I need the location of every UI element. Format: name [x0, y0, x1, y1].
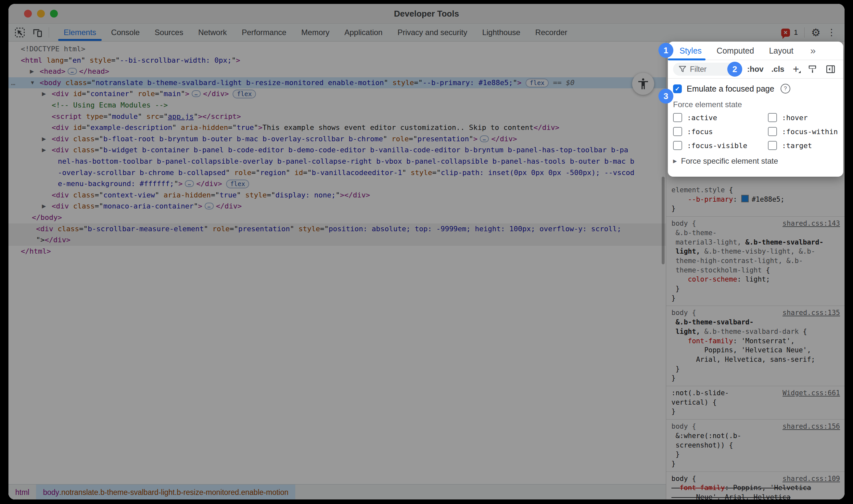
emulate-focused-checkbox[interactable]: ✓	[673, 85, 682, 93]
sidebar-tabs: Styles Computed Layout »	[668, 41, 843, 60]
force-state-focus-within[interactable]: :focus-within	[768, 127, 838, 136]
step-badge-1: 1	[658, 43, 673, 58]
filter-placeholder: Filter	[690, 65, 707, 74]
force-state-focus[interactable]: :focus	[673, 127, 768, 136]
expand-triangle-icon: ▶	[673, 158, 677, 164]
styles-callout: Styles Computed Layout » Filter :hov .cl…	[668, 41, 843, 177]
force-state-focus-visible[interactable]: :focus-visible	[673, 141, 768, 150]
checkbox-unchecked[interactable]	[768, 127, 777, 136]
toggle-pseudo-classes-button[interactable]: :hov	[747, 65, 764, 74]
filter-funnel-icon	[679, 66, 686, 72]
toggle-sidebar-icon[interactable]	[826, 64, 835, 74]
new-style-rule-button[interactable]: +	[793, 63, 799, 75]
checkbox-unchecked[interactable]	[673, 141, 682, 150]
force-state-label: :focus-visible	[687, 142, 747, 150]
help-icon[interactable]: ?	[781, 84, 790, 93]
force-state-target[interactable]: :target	[768, 141, 838, 150]
tab-computed[interactable]: Computed	[716, 46, 754, 56]
emulate-focused-row: ✓ Emulate a focused page ?	[668, 78, 843, 95]
force-state-active[interactable]: :active	[673, 113, 768, 122]
force-state-label: :target	[782, 142, 812, 150]
devtools-window: Developer Tools ElementsConsoleSourcesNe…	[8, 4, 845, 500]
checkbox-unchecked[interactable]	[768, 113, 777, 122]
force-state-label: :active	[687, 114, 717, 122]
more-tabs-icon[interactable]: »	[811, 45, 816, 56]
step-badge-2: 2	[727, 62, 742, 77]
checkbox-unchecked[interactable]	[768, 141, 777, 150]
tab-layout[interactable]: Layout	[769, 46, 793, 56]
force-state-label: :hover	[782, 114, 807, 122]
force-state-label: :focus-within	[782, 128, 838, 136]
force-specific-element-state[interactable]: ▶ Force specific element state	[668, 151, 843, 171]
checkbox-unchecked[interactable]	[673, 113, 682, 122]
styles-filter-row: Filter :hov .cls +	[668, 60, 843, 78]
force-state-grid: :active:hover:focus:focus-within:focus-v…	[668, 111, 843, 151]
emulate-focused-label: Emulate a focused page	[687, 84, 775, 93]
force-state-hover[interactable]: :hover	[768, 113, 838, 122]
element-classes-button[interactable]: .cls	[771, 65, 784, 74]
force-state-label: :focus	[687, 128, 713, 136]
force-element-state-title: Force element state	[668, 95, 843, 111]
rendering-emulations-icon[interactable]	[807, 64, 817, 74]
step-badge-3: 3	[658, 89, 673, 104]
tab-styles[interactable]: Styles	[679, 46, 701, 56]
checkbox-unchecked[interactable]	[673, 127, 682, 136]
